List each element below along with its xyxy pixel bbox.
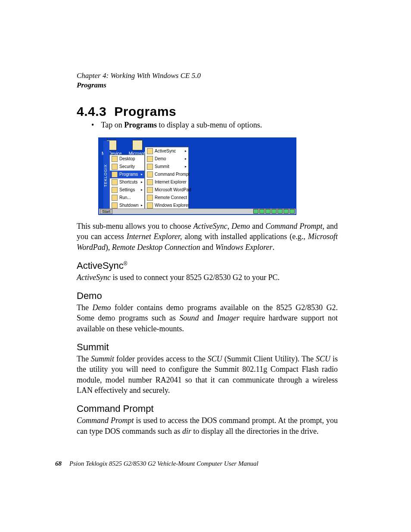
menu-item-desktop[interactable]: Desktop xyxy=(110,155,144,163)
chevron-right-icon: ▸ xyxy=(185,149,187,153)
submenu-item-command-prompt[interactable]: Command Prompt xyxy=(145,171,188,178)
run-icon xyxy=(112,195,118,201)
taskbar[interactable]: Start xyxy=(99,208,296,214)
paragraph-demo: The Demo folder contains demo programs a… xyxy=(77,302,338,334)
settings-icon xyxy=(112,187,118,193)
submenu-item-summit[interactable]: Summit▸ xyxy=(145,163,188,171)
paragraph-summit: The Summit folder provides access to the… xyxy=(77,354,338,395)
folder-icon xyxy=(147,148,153,154)
running-header-chapter: Chapter 4: Working With Windows CE 5.0 xyxy=(77,71,338,81)
paragraph-activesync: ActiveSync is used to connect your 8525 … xyxy=(77,272,338,283)
screenshot-programs-menu: My Device Microsoft TEKLOGIX Desktop Sec… xyxy=(98,137,296,215)
start-button[interactable]: Start xyxy=(100,209,112,214)
shutdown-icon xyxy=(112,202,118,208)
bullet-instruction: • Tap on Programs to display a sub-menu … xyxy=(91,121,338,130)
footer-title: Psion Teklogix 8525 G2/8530 G2 Vehicle-M… xyxy=(69,460,258,467)
submenu-item-wordpad[interactable]: Microsoft WordPad xyxy=(145,186,188,194)
programs-submenu[interactable]: ActiveSync▸ Demo▸ Summit▸ Command Prompt… xyxy=(145,147,189,210)
wordpad-icon xyxy=(147,187,153,193)
shortcuts-icon xyxy=(112,179,118,185)
section-number: 4.4.3 xyxy=(77,104,106,118)
folder-icon xyxy=(147,164,153,170)
tray-icon[interactable] xyxy=(259,209,265,214)
menu-item-programs[interactable]: Programs▸ xyxy=(110,171,144,178)
menu-item-shortcuts[interactable]: Shortcuts▸ xyxy=(110,178,144,186)
section-heading: 4.4.3Programs xyxy=(77,104,338,119)
tray-icon[interactable] xyxy=(290,209,295,214)
heading-demo: Demo xyxy=(77,290,338,302)
menu-item-security[interactable]: Security xyxy=(110,163,144,171)
page-footer: 68Psion Teklogix 8525 G2/8530 G2 Vehicle… xyxy=(55,460,258,467)
menu-item-settings[interactable]: Settings▸ xyxy=(110,186,144,194)
section-title: Programs xyxy=(114,104,176,118)
start-menu[interactable]: Desktop Security Programs▸ Shortcuts▸ Se… xyxy=(109,155,145,210)
chevron-right-icon: ▸ xyxy=(185,165,187,168)
start-menu-brand-strip: TEKLOGIX xyxy=(103,141,109,210)
submenu-item-internet-explorer[interactable]: Internet Explorer xyxy=(145,178,188,186)
chevron-right-icon: ▸ xyxy=(141,203,143,207)
menu-item-run[interactable]: Run... xyxy=(110,194,144,202)
explorer-icon xyxy=(147,202,153,208)
chevron-right-icon: ▸ xyxy=(185,157,187,161)
programs-icon xyxy=(112,171,118,177)
submenu-item-remote-connect[interactable]: Remote Connect xyxy=(145,194,188,202)
heading-command-prompt: Command Prompt xyxy=(77,403,338,414)
lock-icon xyxy=(112,164,118,170)
tray-icon[interactable] xyxy=(283,209,289,214)
remote-icon xyxy=(147,195,153,201)
tray-icon[interactable] xyxy=(253,209,258,214)
tray-icon[interactable] xyxy=(271,209,277,214)
tray-icon[interactable] xyxy=(277,209,283,214)
chevron-right-icon: ▸ xyxy=(141,180,143,184)
running-header-section: Programs xyxy=(77,81,338,90)
cmd-icon xyxy=(147,171,153,177)
submenu-item-activesync[interactable]: ActiveSync▸ xyxy=(145,147,188,155)
folder-icon xyxy=(147,156,153,162)
chevron-right-icon: ▸ xyxy=(141,172,143,176)
ie-icon xyxy=(147,179,153,185)
submenu-item-demo[interactable]: Demo▸ xyxy=(145,155,188,163)
tray-icon[interactable] xyxy=(265,209,271,214)
desktop-icon xyxy=(112,156,118,162)
system-tray[interactable] xyxy=(253,209,295,214)
heading-activesync: ActiveSync® xyxy=(77,260,338,271)
paragraph-command-prompt: Command Prompt is used to access the DOS… xyxy=(77,415,338,436)
paragraph-submenu-description: This sub-menu allows you to choose Activ… xyxy=(77,221,338,252)
chevron-right-icon: ▸ xyxy=(141,188,143,192)
page-number: 68 xyxy=(55,460,62,467)
heading-summit: Summit xyxy=(77,342,338,353)
